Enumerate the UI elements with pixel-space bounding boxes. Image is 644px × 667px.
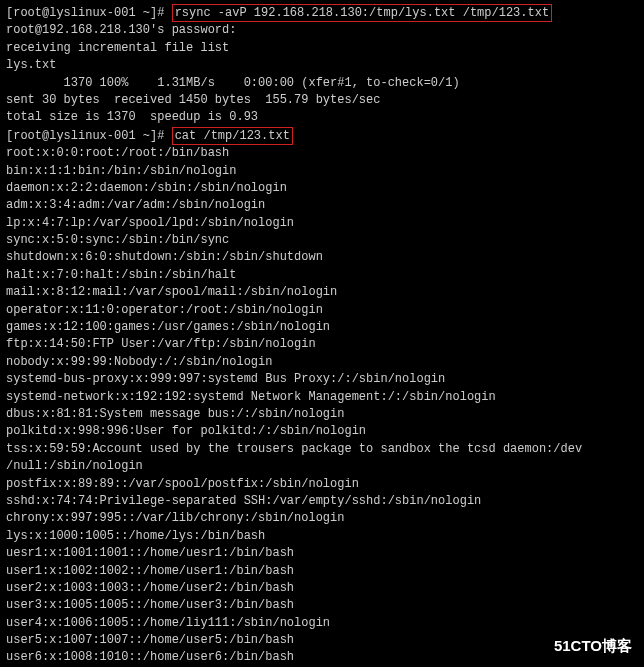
terminal-output-line: tss:x:59:59:Account used by the trousers… [6,441,638,458]
terminal-output-line: lys.txt [6,57,638,74]
terminal-output-line: dbus:x:81:81:System message bus:/:/sbin/… [6,406,638,423]
terminal-output-line: shutdown:x:6:0:shutdown:/sbin:/sbin/shut… [6,249,638,266]
terminal-output-line: sshd:x:74:74:Privilege-separated SSH:/va… [6,493,638,510]
prompt-line-2: [root@lyslinux-001 ~]# cat /tmp/123.txt [6,127,638,145]
terminal-output-line: lys:x:1000:1005::/home/lys:/bin/bash [6,528,638,545]
terminal-output-line: total size is 1370 speedup is 0.93 [6,109,638,126]
terminal-output-line: chrony:x:997:995::/var/lib/chrony:/sbin/… [6,510,638,527]
terminal-output-line: uesr1:x:1001:1001::/home/uesr1:/bin/bash [6,545,638,562]
terminal-output-line: 1370 100% 1.31MB/s 0:00:00 (xfer#1, to-c… [6,75,638,92]
terminal-output-line: sync:x:5:0:sync:/sbin:/bin/sync [6,232,638,249]
watermark-label: 51CTO博客 [554,635,632,657]
shell-prompt: [root@lyslinux-001 ~]# [6,6,172,20]
terminal-output-line: mail:x:8:12:mail:/var/spool/mail:/sbin/n… [6,284,638,301]
terminal-window[interactable]: [root@lyslinux-001 ~]# rsync -avP 192.16… [6,4,638,667]
terminal-output-line: systemd-network:x:192:192:systemd Networ… [6,389,638,406]
terminal-output-line: user4:x:1006:1005::/home/liy111:/sbin/no… [6,615,638,632]
terminal-output-line: halt:x:7:0:halt:/sbin:/sbin/halt [6,267,638,284]
terminal-output-line: nobody:x:99:99:Nobody:/:/sbin/nologin [6,354,638,371]
terminal-output-line: games:x:12:100:games:/usr/games:/sbin/no… [6,319,638,336]
terminal-output-line: user3:x:1005:1005::/home/user3:/bin/bash [6,597,638,614]
prompt-line-1: [root@lyslinux-001 ~]# rsync -avP 192.16… [6,4,638,22]
terminal-output-line: user5:x:1007:1007::/home/user5:/bin/bash [6,632,638,649]
terminal-output-line: ftp:x:14:50:FTP User:/var/ftp:/sbin/nolo… [6,336,638,353]
terminal-output-line: receiving incremental file list [6,40,638,57]
terminal-output-line: postfix:x:89:89::/var/spool/postfix:/sbi… [6,476,638,493]
terminal-output-line: adm:x:3:4:adm:/var/adm:/sbin/nologin [6,197,638,214]
terminal-output-line: user1:x:1002:1002::/home/user1:/bin/bash [6,563,638,580]
terminal-output-line: lp:x:4:7:lp:/var/spool/lpd:/sbin/nologin [6,215,638,232]
terminal-output-line: root@192.168.218.130's password: [6,22,638,39]
terminal-output-line: bin:x:1:1:bin:/bin:/sbin/nologin [6,163,638,180]
terminal-output-line: daemon:x:2:2:daemon:/sbin:/sbin/nologin [6,180,638,197]
shell-prompt: [root@lyslinux-001 ~]# [6,129,172,143]
highlight-box-rsync: rsync -avP 192.168.218.130:/tmp/lys.txt … [172,4,552,22]
terminal-output-line: root:x:0:0:root:/root:/bin/bash [6,145,638,162]
terminal-output-line: /null:/sbin/nologin [6,458,638,475]
terminal-output-line: polkitd:x:998:996:User for polkitd:/:/sb… [6,423,638,440]
terminal-output-line: operator:x:11:0:operator:/root:/sbin/nol… [6,302,638,319]
highlight-box-cat: cat /tmp/123.txt [172,127,293,145]
terminal-output-line: user6:x:1008:1010::/home/user6:/bin/bash [6,649,638,666]
terminal-output-line: systemd-bus-proxy:x:999:997:systemd Bus … [6,371,638,388]
terminal-output-line: sent 30 bytes received 1450 bytes 155.79… [6,92,638,109]
terminal-output-line: user2:x:1003:1003::/home/user2:/bin/bash [6,580,638,597]
